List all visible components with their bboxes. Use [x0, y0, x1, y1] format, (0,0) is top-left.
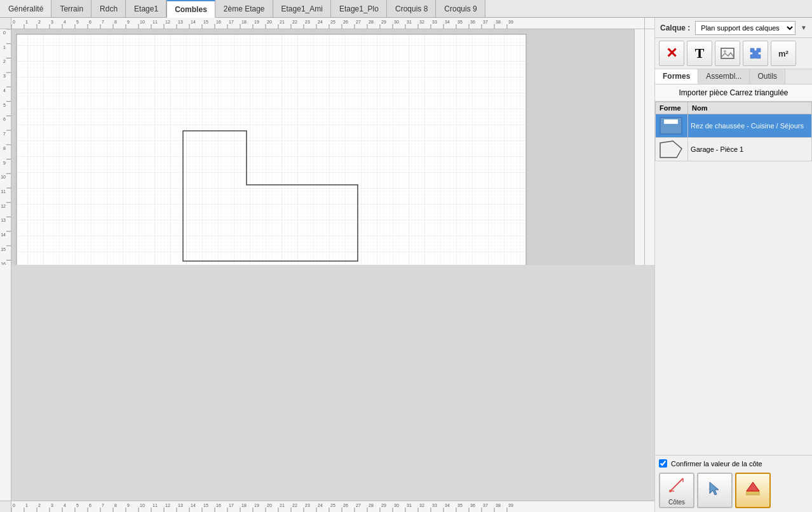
svg-text:18: 18 — [241, 503, 247, 508]
svg-text:11: 11 — [1, 189, 6, 194]
layer-label: Calque : — [660, 24, 690, 32]
cotes-button[interactable]: Côtes — [659, 473, 694, 508]
ruler-right — [644, 29, 654, 265]
svg-text:7: 7 — [3, 131, 6, 136]
svg-text:5: 5 — [76, 20, 79, 24]
svg-text:15: 15 — [203, 503, 208, 508]
area-icon-btn[interactable]: m² — [771, 41, 796, 66]
svg-text:2: 2 — [38, 20, 41, 24]
svg-text:4: 4 — [64, 503, 66, 508]
text-icon-btn[interactable]: T — [687, 41, 712, 66]
tab-croquis8[interactable]: Croquis 8 — [387, 0, 436, 17]
shape-table-container: Forme Nom — [655, 102, 812, 455]
tab-2eme-etage[interactable]: 2ème Etage — [215, 0, 273, 17]
svg-text:31: 31 — [407, 503, 412, 508]
table-row[interactable]: Rez de chaussée - Cuisine / Séjours — [656, 114, 812, 138]
svg-text:17: 17 — [229, 20, 234, 24]
tab-croquis9[interactable]: Croquis 9 — [436, 0, 485, 17]
shape-table: Forme Nom — [655, 102, 812, 161]
sub-tab-assembl[interactable]: Assembl... — [698, 69, 750, 84]
svg-rect-130 — [17, 34, 526, 265]
col-nom: Nom — [688, 102, 812, 114]
svg-text:39: 39 — [508, 20, 513, 24]
svg-text:20: 20 — [267, 20, 272, 24]
tab-etage1-plo[interactable]: Etage1_Plo — [331, 0, 387, 17]
svg-text:3: 3 — [51, 20, 53, 24]
icon-toolbar: ✕ T m² — [655, 38, 812, 69]
svg-text:9: 9 — [127, 503, 130, 508]
svg-text:15: 15 — [1, 247, 6, 252]
svg-text:6: 6 — [89, 503, 91, 508]
svg-text:30: 30 — [394, 20, 399, 24]
svg-text:6: 6 — [3, 117, 6, 121]
svg-text:29: 29 — [381, 20, 386, 24]
tab-etage1[interactable]: Etage1 — [126, 0, 166, 17]
svg-text:28: 28 — [369, 503, 374, 508]
svg-text:33: 33 — [432, 20, 437, 24]
svg-text:25: 25 — [330, 503, 335, 508]
svg-text:15: 15 — [203, 20, 208, 24]
active-tool-button[interactable] — [735, 473, 771, 508]
svg-text:8: 8 — [114, 20, 117, 24]
svg-text:5: 5 — [3, 103, 6, 107]
svg-text:34: 34 — [445, 503, 450, 508]
svg-rect-226 — [747, 491, 759, 495]
svg-text:6: 6 — [89, 20, 91, 24]
svg-text:28: 28 — [369, 20, 374, 24]
layer-select[interactable]: Plan support des calques — [695, 21, 795, 35]
sub-tab-formes[interactable]: Formes — [655, 69, 698, 84]
layer-dropdown-arrow: ▼ — [801, 24, 807, 31]
svg-text:14: 14 — [191, 503, 196, 508]
tab-combles[interactable]: Combles — [166, 0, 215, 18]
select-button[interactable] — [697, 473, 733, 508]
svg-text:10: 10 — [140, 20, 145, 24]
svg-text:7: 7 — [102, 20, 104, 24]
layer-bar: Calque : Plan support des calques ▼ — [655, 18, 812, 38]
svg-text:10: 10 — [1, 175, 6, 179]
svg-text:27: 27 — [356, 503, 361, 508]
svg-text:7: 7 — [102, 503, 104, 508]
tab-etage1-ami[interactable]: Etage1_Ami — [273, 0, 331, 17]
svg-text:12: 12 — [1, 204, 6, 208]
puzzle-icon-btn[interactable] — [743, 41, 768, 66]
svg-text:12: 12 — [165, 20, 170, 24]
confirm-checkbox[interactable] — [659, 459, 667, 468]
svg-text:16: 16 — [216, 20, 221, 24]
ruler-bottom: 0123456789101112131415161718192021222324… — [11, 501, 644, 512]
svg-text:17: 17 — [229, 503, 234, 508]
tab-rdch[interactable]: Rdch — [91, 0, 126, 17]
svg-rect-135 — [11, 501, 644, 512]
image-icon-btn[interactable] — [715, 41, 740, 66]
select-icon — [706, 480, 724, 501]
svg-text:36: 36 — [470, 20, 475, 24]
table-row[interactable]: Garage - Pièce 1 — [656, 138, 812, 161]
svg-text:1: 1 — [3, 45, 6, 50]
svg-text:9: 9 — [127, 20, 130, 24]
bottom-tools: Confirmer la valeur de la côte Côtes — [655, 455, 812, 512]
svg-text:13: 13 — [178, 20, 183, 24]
sub-tab-outils[interactable]: Outils — [750, 69, 785, 84]
svg-text:25: 25 — [330, 20, 335, 24]
import-section: Importer pièce Carrez triangulée — [655, 84, 812, 102]
svg-point-224 — [669, 490, 672, 492]
svg-text:11: 11 — [152, 20, 158, 24]
svg-text:10: 10 — [140, 503, 145, 508]
svg-text:37: 37 — [483, 503, 488, 508]
drawing-area[interactable] — [11, 29, 644, 265]
svg-text:20: 20 — [267, 503, 272, 508]
col-forme: Forme — [656, 102, 688, 114]
shape-name-cell: Rez de chaussée - Cuisine / Séjours — [688, 114, 812, 138]
delete-icon-btn[interactable]: ✕ — [659, 41, 684, 66]
svg-text:16: 16 — [216, 503, 221, 508]
shape-thumb-cell — [656, 138, 688, 161]
svg-rect-133 — [635, 29, 644, 265]
svg-text:5: 5 — [76, 503, 79, 508]
tab-terrain[interactable]: Terrain — [51, 0, 91, 17]
tab-generalite[interactable]: Généralité — [0, 0, 51, 17]
svg-text:31: 31 — [407, 20, 412, 24]
svg-text:2: 2 — [3, 59, 6, 64]
svg-text:21: 21 — [280, 503, 285, 508]
svg-text:27: 27 — [356, 20, 361, 24]
svg-rect-131 — [17, 34, 526, 265]
svg-marker-227 — [747, 482, 759, 491]
